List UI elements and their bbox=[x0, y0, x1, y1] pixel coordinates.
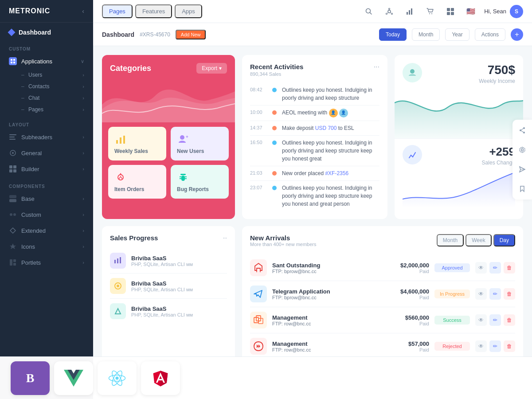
sidebar-sub-chat[interactable]: – Chat › bbox=[0, 92, 93, 104]
arr-row-2: Management FTP: row@bnc.cc $560,000 Paid… bbox=[250, 307, 515, 333]
sales-menu-icon[interactable]: ·· bbox=[223, 234, 227, 242]
svg-rect-14 bbox=[9, 199, 16, 202]
cat-item-bug-reports[interactable]: Bug Reports bbox=[171, 165, 229, 199]
cart-icon[interactable] bbox=[423, 4, 437, 19]
cat-item-new-users[interactable]: + New Users bbox=[171, 127, 229, 160]
right-send-icon[interactable] bbox=[515, 162, 529, 176]
arr-tab-month[interactable]: Month bbox=[437, 234, 464, 246]
act-time-1: 10:00 bbox=[250, 110, 267, 115]
dashboard-label: Dashboard bbox=[19, 29, 51, 36]
arr-logo-2 bbox=[250, 312, 267, 329]
sidebar-sub-contacts[interactable]: – Contacts › bbox=[0, 81, 93, 92]
sidebar-item-general[interactable]: General › bbox=[0, 145, 93, 161]
topnav-tab-features[interactable]: Features bbox=[135, 4, 172, 18]
grid-icon[interactable] bbox=[443, 4, 458, 19]
stats-card: 750$ Weekly Income bbox=[395, 55, 523, 219]
act-dot-2 bbox=[272, 126, 277, 130]
sidebar-item-base[interactable]: Base › bbox=[0, 191, 93, 207]
bootstrap-logo[interactable]: B bbox=[11, 361, 50, 395]
svg-rect-45 bbox=[180, 174, 186, 175]
arr-action-delete-3[interactable]: 🗑 bbox=[504, 340, 515, 352]
topnav-tab-apps[interactable]: Apps bbox=[175, 4, 202, 18]
sidebar-item-extended[interactable]: Extended › bbox=[0, 223, 93, 239]
categories-wave bbox=[102, 78, 235, 122]
sidebar-item-applications[interactable]: Applications ∨ bbox=[0, 53, 93, 69]
sidebar-item-subheaders[interactable]: Subheaders › bbox=[0, 129, 93, 145]
add-new-button[interactable]: Add New bbox=[176, 30, 206, 39]
activities-menu-icon[interactable]: ··· bbox=[374, 63, 379, 71]
sidebar-item-icons[interactable]: Icons › bbox=[0, 239, 93, 254]
sales-info-2: Briviba SaaS PHP, SQLite, Artisan CLI мм bbox=[131, 305, 227, 317]
svg-point-26 bbox=[391, 13, 393, 14]
sidebar-item-custom[interactable]: Custom › bbox=[0, 207, 93, 223]
topnav-tab-pages[interactable]: Pages bbox=[102, 4, 133, 18]
connections-icon[interactable] bbox=[382, 4, 396, 19]
react-logo[interactable] bbox=[98, 361, 137, 395]
arr-action-view-1[interactable]: 👁 bbox=[475, 288, 487, 300]
arr-tab-week[interactable]: Week bbox=[466, 234, 491, 246]
angular-logo[interactable] bbox=[141, 361, 180, 395]
activities-card: Recent Activities 890,344 Sales ··· 08:4… bbox=[242, 55, 387, 219]
sidebar-item-builder[interactable]: Builder › bbox=[0, 161, 93, 177]
cat-header: Categories Export ▾ bbox=[102, 55, 235, 78]
search-icon[interactable] bbox=[362, 4, 376, 19]
right-settings-icon[interactable] bbox=[515, 143, 529, 157]
svg-point-44 bbox=[118, 175, 123, 180]
btn-actions[interactable]: Actions bbox=[475, 28, 505, 41]
export-button[interactable]: Export ▾ bbox=[196, 63, 227, 74]
base-chevron-icon: › bbox=[82, 196, 84, 201]
sales-title: Sales Progress bbox=[110, 234, 158, 242]
general-icon bbox=[9, 149, 17, 157]
section-label-custom: CUSTOM bbox=[0, 42, 93, 53]
svg-point-63 bbox=[117, 285, 119, 287]
sidebar-collapse-icon[interactable]: ‹ bbox=[82, 8, 84, 15]
arr-logo-3 bbox=[250, 338, 267, 355]
arr-action-edit-3[interactable]: ✏ bbox=[489, 340, 501, 352]
arr-action-edit-0[interactable]: ✏ bbox=[489, 262, 501, 274]
sidebar-sub-pages[interactable]: – Pages › bbox=[0, 104, 93, 115]
custom-label: Custom bbox=[21, 211, 41, 218]
cat-item-item-orders[interactable]: Item Orders bbox=[108, 165, 166, 199]
arrivals-header: New Arrivals More than 400+ new members … bbox=[250, 234, 515, 252]
btn-year[interactable]: Year bbox=[445, 28, 469, 41]
right-share-icon[interactable] bbox=[515, 123, 529, 137]
sidebar-dashboard-item[interactable]: Dashboard bbox=[0, 23, 93, 42]
svg-rect-36 bbox=[451, 8, 454, 11]
sidebar-item-portlets[interactable]: Portlets › bbox=[0, 254, 93, 270]
arr-action-edit-2[interactable]: ✏ bbox=[489, 314, 501, 326]
sales-change-label: Sales Change bbox=[482, 160, 515, 166]
arr-tab-day[interactable]: Day bbox=[493, 234, 515, 246]
stats-top: 750$ Weekly Income bbox=[395, 55, 523, 90]
svg-rect-37 bbox=[447, 12, 450, 15]
arr-action-edit-1[interactable]: ✏ bbox=[489, 288, 501, 300]
arr-paid-2: Paid bbox=[389, 321, 429, 326]
cat-item-weekly-sales[interactable]: Weekly Sales bbox=[108, 127, 166, 160]
extended-label: Extended bbox=[21, 227, 46, 234]
btn-month[interactable]: Month bbox=[412, 28, 440, 41]
svg-rect-9 bbox=[9, 165, 12, 168]
chart-icon[interactable] bbox=[403, 4, 417, 19]
arr-action-view-3[interactable]: 👁 bbox=[475, 340, 487, 352]
sidebar-sub-users[interactable]: – Users › bbox=[0, 69, 93, 81]
arr-action-delete-0[interactable]: 🗑 bbox=[504, 262, 515, 274]
sales-sub-2: PHP, SQLite, Artisan CLI мм bbox=[131, 312, 227, 317]
contacts-label: – Contacts bbox=[21, 83, 49, 90]
weekly-income-amount: 750$ bbox=[479, 63, 515, 77]
arr-action-delete-2[interactable]: 🗑 bbox=[504, 314, 515, 326]
right-bookmark-icon[interactable] bbox=[515, 182, 529, 196]
flag-icon[interactable]: 🇺🇸 bbox=[464, 4, 478, 19]
topnav-user[interactable]: Hi, Sean S bbox=[484, 5, 523, 18]
arr-price-3: $57,000 bbox=[389, 340, 429, 347]
dashboard-diamond-icon bbox=[8, 29, 16, 36]
btn-today[interactable]: Today bbox=[379, 28, 407, 41]
arr-action-view-2[interactable]: 👁 bbox=[475, 314, 487, 326]
subheader-plus-button[interactable]: + bbox=[511, 28, 523, 41]
vue-logo[interactable] bbox=[54, 361, 93, 395]
arr-action-delete-1[interactable]: 🗑 bbox=[504, 288, 515, 300]
arr-price-2: $560,000 bbox=[389, 314, 429, 321]
pages-chevron-icon: › bbox=[82, 107, 84, 112]
svg-point-25 bbox=[386, 13, 387, 14]
act-time-3: 16:50 bbox=[250, 140, 267, 145]
users-label: – Users bbox=[21, 72, 42, 78]
arr-action-view-0[interactable]: 👁 bbox=[475, 262, 487, 274]
